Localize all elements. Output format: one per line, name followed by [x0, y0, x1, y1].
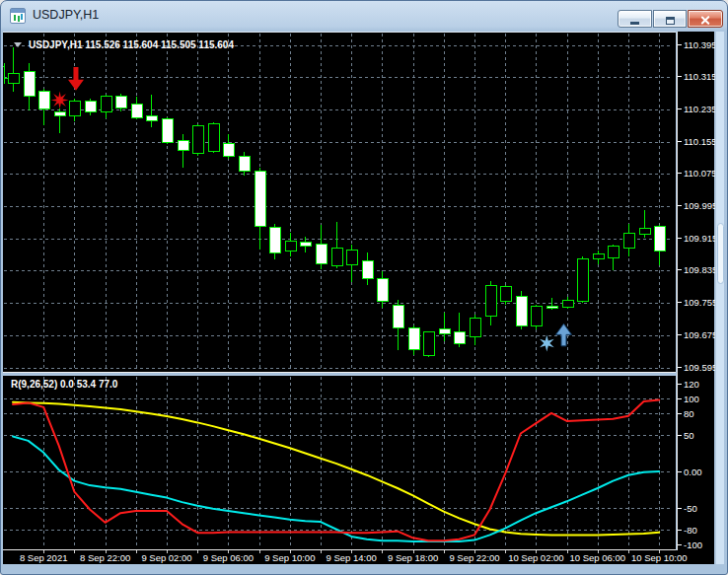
minimize-icon — [630, 22, 639, 25]
axis-tick — [678, 530, 682, 531]
buy-arrow — [555, 323, 571, 345]
candle — [239, 152, 250, 177]
price-label: 109.915 — [684, 233, 717, 244]
candle — [470, 315, 480, 345]
axis-tick — [678, 413, 682, 414]
axis-tick — [678, 435, 682, 436]
candle — [24, 63, 35, 110]
candle — [331, 222, 342, 268]
axis-tick — [678, 508, 682, 509]
axis-tick — [678, 108, 682, 109]
price-grid — [4, 46, 673, 369]
time-label: 10 Sep 02:00 — [500, 552, 571, 563]
candle — [439, 313, 450, 341]
oscillator-chart — [3, 376, 674, 548]
chart-ohlc-header: USDJPY,H1 115.526 115.604 115.505 115.60… — [29, 39, 234, 50]
indicator-tick-label: 100 — [684, 394, 699, 404]
indicator-tick-label: -80 — [684, 525, 697, 536]
indicator-label: R(9,26,52) 0.0 53.4 77.0 — [11, 379, 117, 390]
price-label: 110.235 — [684, 104, 717, 114]
candle — [69, 99, 80, 121]
chart-icon — [10, 8, 26, 24]
close-icon — [700, 15, 711, 26]
candle — [454, 313, 465, 347]
axis-tick — [678, 269, 682, 270]
wpr-signal-line — [13, 437, 659, 542]
candle — [423, 331, 434, 358]
candle — [101, 95, 111, 118]
candle — [500, 285, 511, 305]
price-axis[interactable]: 110.395110.315110.235110.155110.075109.9… — [677, 32, 714, 564]
axis-tick — [678, 44, 682, 45]
scrollbar-thumb[interactable] — [717, 223, 724, 284]
indicator-tick-label: 50 — [684, 430, 694, 441]
vertical-scrollbar[interactable] — [715, 32, 724, 564]
indicator-tick-label: 80 — [684, 408, 694, 419]
time-axis[interactable]: 8 Sep 20218 Sep 22:009 Sep 02:009 Sep 06… — [3, 550, 714, 564]
restore-icon — [666, 17, 675, 25]
candle — [362, 252, 373, 285]
time-label: 8 Sep 2021 — [8, 552, 79, 563]
candle — [316, 225, 327, 269]
candle — [531, 305, 542, 329]
axis-tick — [678, 367, 682, 368]
candle — [115, 94, 126, 111]
axis-tick — [678, 384, 682, 385]
axis-tick — [678, 238, 682, 239]
candle — [223, 134, 234, 159]
indicator-tick-label: 120 — [684, 379, 699, 390]
candle — [192, 124, 203, 156]
candle — [608, 245, 619, 271]
time-label: 9 Sep 06:00 — [192, 552, 263, 563]
candle — [255, 168, 265, 250]
vertical-grid — [44, 34, 660, 371]
wpr-fast-line — [13, 400, 659, 541]
axis-tick — [678, 205, 682, 206]
indicator-tick-label: 0.00 — [684, 467, 702, 477]
time-label: 10 Sep 06:00 — [562, 552, 633, 563]
minimize-button[interactable] — [618, 10, 652, 28]
candle — [269, 224, 280, 259]
candle — [654, 225, 665, 265]
time-label: 10 Sep 10:00 — [623, 552, 694, 563]
price-label: 110.395 — [684, 39, 717, 50]
candle — [408, 325, 419, 356]
candle — [346, 245, 357, 282]
time-label: 9 Sep 18:00 — [378, 552, 449, 563]
axis-tick — [678, 141, 682, 142]
candle — [178, 134, 188, 168]
price-chart-panel[interactable]: USDJPY,H1 115.526 115.604 115.505 115.60… — [3, 32, 676, 373]
candle — [593, 251, 604, 264]
indicator-tick-label: -100 — [684, 539, 702, 550]
axis-tick — [678, 398, 682, 399]
candle — [393, 300, 403, 350]
title-bar[interactable]: USDJPY,H1 — [1, 1, 727, 31]
restore-button[interactable] — [653, 10, 687, 28]
candle — [623, 224, 634, 256]
price-label: 109.755 — [684, 297, 717, 308]
indicator-tick-label: -50 — [684, 503, 697, 514]
axis-tick — [678, 173, 682, 174]
candlestick-chart — [3, 33, 674, 372]
candles-layer — [3, 47, 665, 358]
candle — [146, 95, 157, 127]
axis-tick — [678, 76, 682, 77]
time-label: 9 Sep 02:00 — [131, 552, 202, 563]
candle — [562, 297, 573, 309]
wpr-slow-line — [13, 402, 659, 536]
close-button[interactable] — [688, 10, 723, 28]
candle — [639, 210, 650, 238]
indicator-panel[interactable]: R(9,26,52) 0.0 53.4 77.0 — [3, 376, 676, 550]
candle — [377, 271, 388, 308]
axis-tick — [678, 471, 682, 472]
buy-star — [540, 335, 554, 352]
price-label: 110.315 — [684, 71, 717, 82]
axis-tick — [678, 334, 682, 335]
candle — [516, 291, 527, 329]
candle — [208, 122, 219, 153]
symbol-dropdown-icon[interactable] — [14, 42, 22, 47]
chart-header: USDJPY,H1 115.526 115.604 115.505 115.60… — [14, 39, 234, 50]
price-label: 109.995 — [684, 200, 717, 211]
time-label: 9 Sep 22:00 — [439, 552, 510, 563]
price-label: 110.075 — [684, 168, 717, 179]
